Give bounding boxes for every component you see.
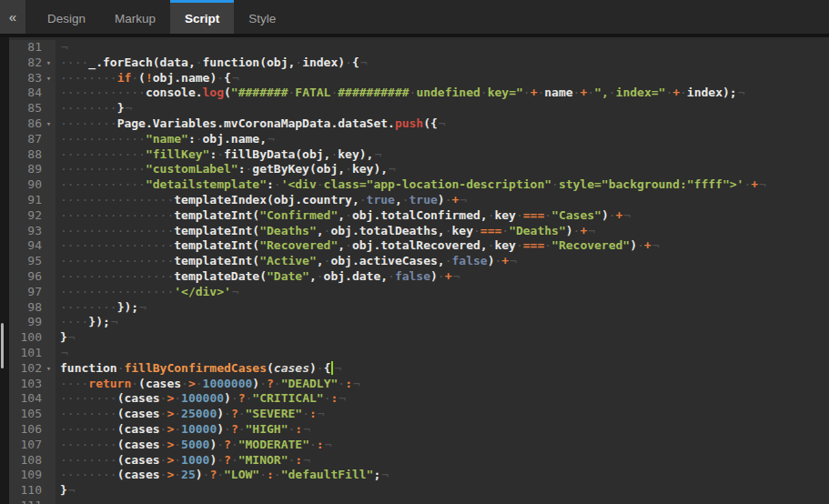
code-token: + bbox=[672, 86, 680, 99]
code-token: 10000 bbox=[181, 422, 217, 436]
code-line[interactable]: 94················templateInt("Recovered… bbox=[9, 238, 829, 254]
fold-gutter-spacer bbox=[42, 162, 56, 177]
code-token: true bbox=[367, 193, 395, 207]
whitespace-dots: · bbox=[181, 377, 188, 390]
code-token: ········(cases· bbox=[60, 438, 167, 451]
code-token: "#######·FATAL·##########·undefined·key=… bbox=[231, 86, 523, 99]
code-line[interactable]: 85········}¬ bbox=[9, 101, 829, 116]
code-line[interactable]: 105········(cases·>·25000)·?·"SEVERE"·:¬ bbox=[9, 407, 829, 422]
whitespace-dots: · bbox=[388, 269, 395, 283]
code-line[interactable]: 89············"customLabel":·getByKey(ob… bbox=[9, 162, 829, 177]
code-line[interactable]: 91················templateIndex(obj.coun… bbox=[9, 193, 829, 208]
code-line[interactable]: 82▾····_.forEach(data,·function(obj,·ind… bbox=[9, 55, 829, 71]
code-line[interactable]: 110}¬ bbox=[9, 483, 829, 499]
fold-arrow-icon[interactable]: ▾ bbox=[42, 116, 56, 132]
fold-arrow-icon[interactable]: ▾ bbox=[42, 361, 56, 377]
code-token: :·fillByData(obj,·key), bbox=[209, 147, 373, 161]
line-end-marker: ¬ bbox=[359, 55, 368, 69]
code-line[interactable]: 103····return·(cases·>·1000000)·?·"DEADL… bbox=[9, 377, 829, 392]
code-token: + bbox=[445, 269, 452, 283]
code-line[interactable]: 107········(cases·>·5000)·?·"MODERATE"·:… bbox=[9, 438, 829, 453]
collapse-panel-button[interactable]: « bbox=[0, 0, 25, 34]
whitespace-dots: · bbox=[196, 55, 203, 69]
line-number: 98 bbox=[9, 300, 42, 316]
code-line[interactable]: 106········(cases·>·10000)·?·"HIGH"·:¬ bbox=[9, 422, 829, 438]
code-token: · bbox=[501, 224, 509, 237]
code-line[interactable]: 101¬ bbox=[9, 346, 829, 361]
code-line[interactable]: 92················templateInt("Confirmed… bbox=[9, 208, 829, 224]
line-end-marker: ¬ bbox=[60, 499, 68, 504]
code-token: 1000000 bbox=[203, 377, 253, 390]
code-token: "MODERATE" bbox=[238, 438, 309, 451]
line-number: 81 bbox=[9, 40, 42, 55]
code-editor[interactable]: 81¬82▾····_.forEach(data,·function(obj,·… bbox=[0, 37, 829, 504]
code-token: ········} bbox=[60, 101, 124, 115]
code-text: ¬ bbox=[56, 499, 68, 504]
whitespace-dots: · bbox=[259, 468, 267, 481]
code-line[interactable]: 84············console.log("#######·FATAL… bbox=[9, 86, 829, 101]
code-line[interactable]: 102▾function·fillByConfirmedCases(cases)… bbox=[9, 361, 829, 377]
code-token: · bbox=[274, 468, 281, 481]
code-line[interactable]: 86▾········Page.Variables.mvCoronaMapDat… bbox=[9, 116, 829, 132]
code-line[interactable]: 108········(cases·>·1000)·?·"MINOR"·:¬ bbox=[9, 453, 829, 469]
code-line[interactable]: 81¬ bbox=[9, 40, 829, 55]
whitespace-dots: · bbox=[338, 377, 345, 390]
whitespace-dots: · bbox=[402, 193, 409, 207]
fold-gutter-spacer bbox=[42, 86, 56, 101]
code-text: ····});¬ bbox=[56, 315, 118, 330]
fold-gutter-spacer bbox=[42, 208, 56, 224]
code-token: ············ bbox=[60, 147, 146, 161]
line-number: 90 bbox=[9, 177, 42, 193]
code-line[interactable]: 104········(cases·>·100000)·?·"CRITICAL"… bbox=[9, 391, 829, 407]
whitespace-dots: ················ bbox=[60, 224, 174, 237]
tab-markup[interactable]: Markup bbox=[100, 0, 170, 34]
fold-arrow-icon[interactable]: ▾ bbox=[42, 71, 56, 86]
code-token: ················templateInt( bbox=[60, 224, 259, 237]
code-line[interactable]: 109········(cases·>·25)·?·"LOW"·:·"defau… bbox=[9, 468, 829, 483]
code-text: ················templateDate("Date",·obj… bbox=[56, 269, 460, 285]
whitespace-dots: · bbox=[217, 71, 224, 85]
tab-style[interactable]: Style bbox=[234, 0, 290, 34]
code-line[interactable]: 96················templateDate("Date",·o… bbox=[9, 269, 829, 285]
tab-script[interactable]: Script bbox=[170, 0, 234, 34]
code-text: ····return·(cases·>·1000000)·?·"DEADLY"·… bbox=[56, 377, 360, 392]
code-token: "Deaths" bbox=[509, 224, 566, 237]
code-token: : bbox=[295, 453, 302, 467]
code-line[interactable]: 83▾········if·(!obj.name)·{¬ bbox=[9, 71, 829, 86]
whitespace-dots: · bbox=[516, 208, 523, 222]
whitespace-dots: · bbox=[523, 86, 531, 99]
fold-gutter-spacer bbox=[42, 391, 56, 407]
fold-arrow-icon[interactable]: ▾ bbox=[42, 55, 56, 71]
code-line[interactable]: 111¬ bbox=[9, 499, 829, 504]
whitespace-dots: · bbox=[224, 422, 231, 436]
code-line[interactable]: 88············"fillKey":·fillByData(obj,… bbox=[9, 147, 829, 163]
line-number: 107 bbox=[9, 438, 42, 453]
code-line[interactable]: 95················templateInt("Active",·… bbox=[9, 254, 829, 269]
code-token: '<div·class="app-location-description"·s… bbox=[281, 177, 744, 191]
fold-gutter-spacer bbox=[42, 315, 56, 330]
line-end-marker: ¬ bbox=[622, 208, 631, 222]
code-line[interactable]: 87············"name":·obj.name,¬ bbox=[9, 132, 829, 147]
fold-gutter-spacer bbox=[42, 483, 56, 499]
code-token: ················templateInt( bbox=[60, 254, 259, 267]
whitespace-dots: · bbox=[330, 86, 338, 99]
whitespace-dots: · bbox=[231, 438, 238, 451]
code-token: "defaultFill" bbox=[281, 468, 374, 481]
code-lines-area[interactable]: 81¬82▾····_.forEach(data,·function(obj,·… bbox=[9, 37, 829, 504]
whitespace-dots: · bbox=[174, 422, 181, 436]
whitespace-dots: ········ bbox=[60, 101, 117, 115]
code-token: · bbox=[302, 407, 309, 420]
code-text: ¬ bbox=[56, 40, 68, 55]
code-line[interactable]: 98········});¬ bbox=[9, 300, 829, 316]
whitespace-dots: · bbox=[238, 422, 246, 436]
code-line[interactable]: 90············"detailstemplate":·'<div·c… bbox=[9, 177, 829, 193]
code-line[interactable]: 99····});¬ bbox=[9, 315, 829, 330]
tab-design[interactable]: Design bbox=[33, 0, 100, 34]
code-line[interactable]: 93················templateInt("Deaths",·… bbox=[9, 224, 829, 239]
code-line[interactable]: 100}¬ bbox=[9, 330, 829, 346]
vertical-scrollbar-thumb[interactable] bbox=[1, 323, 4, 368]
line-number: 105 bbox=[9, 407, 42, 422]
line-end-marker: ¬ bbox=[352, 377, 360, 390]
code-line[interactable]: 97················'</div>'¬ bbox=[9, 285, 829, 300]
whitespace-dots: · bbox=[345, 55, 352, 69]
